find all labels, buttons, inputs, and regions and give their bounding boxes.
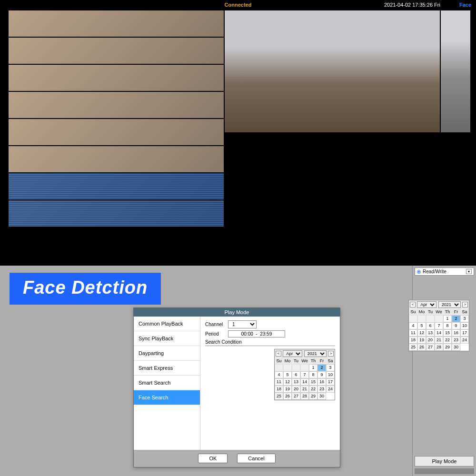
face-thumbnail[interactable]: [9, 38, 224, 64]
cal-day[interactable]: 1: [443, 315, 452, 322]
cal-day[interactable]: 10: [326, 371, 335, 378]
cal-day[interactable]: 4: [275, 371, 283, 378]
cal-day[interactable]: 11: [409, 329, 417, 337]
cal-day[interactable]: 15: [309, 378, 317, 386]
cal-month-select[interactable]: Apr: [417, 301, 436, 308]
cal-day[interactable]: 2: [317, 364, 326, 371]
cal-day[interactable]: 19: [417, 337, 426, 344]
face-thumbnail[interactable]: [9, 146, 224, 172]
face-tab[interactable]: Face: [459, 2, 471, 8]
cal-day[interactable]: 28: [435, 344, 443, 351]
cal-day[interactable]: 29: [309, 393, 317, 400]
cal-day[interactable]: 3: [460, 315, 469, 322]
cal-year-select[interactable]: 2021: [438, 301, 461, 308]
tab-dayparting[interactable]: Dayparting: [134, 346, 200, 361]
cal-day[interactable]: 20: [426, 337, 435, 344]
cal-day[interactable]: 11: [275, 378, 283, 386]
cal-day[interactable]: 28: [300, 393, 309, 400]
cal-day[interactable]: 6: [426, 322, 435, 329]
cal-day[interactable]: 4: [409, 322, 417, 329]
cal-day[interactable]: 26: [417, 344, 426, 351]
cal-day[interactable]: 27: [426, 344, 435, 351]
cal-day[interactable]: 6: [292, 371, 300, 378]
cal-day[interactable]: 30: [317, 393, 326, 400]
cal-day[interactable]: 26: [283, 393, 292, 400]
cal-day[interactable]: 21: [435, 337, 443, 344]
cal-day[interactable]: 18: [275, 386, 283, 393]
camera-feed-2[interactable]: [441, 10, 470, 132]
cal-day[interactable]: 9: [317, 371, 326, 378]
cal-weekday: Mo: [283, 358, 292, 364]
ok-button[interactable]: OK: [198, 454, 228, 463]
play-mode-tabs: Common PlayBack Sync PlayBack Dayparting…: [134, 317, 200, 450]
face-scan-thumbnail[interactable]: [9, 200, 224, 227]
cal-day[interactable]: 25: [409, 344, 417, 351]
tab-face-search[interactable]: Face Search: [134, 390, 200, 405]
cal-day[interactable]: 24: [326, 386, 335, 393]
sidebar-calendar: <Apr2021>SuMoTuWeThFrSa12345678910111213…: [408, 300, 469, 351]
cal-day[interactable]: 14: [300, 378, 309, 386]
nvr-header: Connected 2021-04-02 17:35:26 Fri Face: [0, 0, 476, 10]
cal-day[interactable]: 1: [309, 364, 317, 371]
cal-day[interactable]: 16: [452, 329, 460, 337]
cal-day[interactable]: 24: [460, 337, 469, 344]
timeline-strip[interactable]: [415, 468, 474, 474]
cal-day[interactable]: 19: [283, 386, 292, 393]
cal-month-select[interactable]: Apr: [283, 350, 302, 357]
cal-day[interactable]: 23: [317, 386, 326, 393]
face-thumbnail[interactable]: [9, 92, 224, 118]
cal-next-icon[interactable]: >: [328, 351, 334, 357]
cal-day[interactable]: 30: [452, 344, 460, 351]
cal-day[interactable]: 7: [435, 322, 443, 329]
camera-feed-1[interactable]: [225, 10, 440, 132]
cal-prev-icon[interactable]: <: [410, 302, 416, 307]
read-write-dropdown[interactable]: Read/Write ▾: [415, 268, 474, 276]
tab-sync-playback[interactable]: Sync PlayBack: [134, 331, 200, 346]
cal-day[interactable]: 22: [309, 386, 317, 393]
cal-day[interactable]: 20: [292, 386, 300, 393]
cal-day[interactable]: 22: [443, 337, 452, 344]
channel-select[interactable]: 1: [228, 320, 257, 328]
tab-common-playback[interactable]: Common PlayBack: [134, 317, 200, 331]
face-scan-thumbnail[interactable]: [9, 173, 224, 199]
cal-day[interactable]: 3: [326, 364, 335, 371]
cal-day[interactable]: 2: [452, 315, 460, 322]
cal-day[interactable]: 8: [443, 322, 452, 329]
cal-day[interactable]: 9: [452, 322, 460, 329]
cal-day[interactable]: 7: [300, 371, 309, 378]
cal-day[interactable]: 27: [292, 393, 300, 400]
play-mode-button[interactable]: Play Mode: [415, 456, 474, 466]
playback-section: Face Detction Play Mode Common PlayBack …: [0, 266, 476, 476]
face-thumbnail[interactable]: [9, 10, 224, 37]
face-thumbnail[interactable]: [9, 65, 224, 91]
cal-day[interactable]: 29: [443, 344, 452, 351]
cal-year-select[interactable]: 2021: [304, 350, 327, 357]
cal-day[interactable]: 23: [452, 337, 460, 344]
cal-day[interactable]: 17: [460, 329, 469, 337]
cal-day[interactable]: 18: [409, 337, 417, 344]
cal-day[interactable]: 14: [435, 329, 443, 337]
cancel-button[interactable]: Cancel: [237, 454, 275, 463]
cal-day[interactable]: 17: [326, 378, 335, 386]
cal-prev-icon[interactable]: <: [276, 351, 281, 357]
face-thumbnail[interactable]: [9, 119, 224, 145]
cal-day[interactable]: 5: [417, 322, 426, 329]
cal-day[interactable]: 10: [460, 322, 469, 329]
cal-day[interactable]: 25: [275, 393, 283, 400]
cal-weekday: Tu: [426, 309, 435, 315]
period-input[interactable]: [228, 330, 285, 337]
cal-weekday: Th: [443, 309, 452, 315]
tab-smart-express[interactable]: Smart Express: [134, 361, 200, 376]
cal-day[interactable]: 21: [300, 386, 309, 393]
cal-day[interactable]: 8: [309, 371, 317, 378]
cal-day[interactable]: 12: [283, 378, 292, 386]
cal-day[interactable]: 12: [417, 329, 426, 337]
tab-smart-search[interactable]: Smart Search: [134, 376, 200, 390]
cal-day[interactable]: 5: [283, 371, 292, 378]
cal-empty: [283, 364, 292, 371]
cal-day[interactable]: 15: [443, 329, 452, 337]
cal-next-icon[interactable]: >: [462, 302, 468, 307]
cal-day[interactable]: 13: [426, 329, 435, 337]
cal-day[interactable]: 16: [317, 378, 326, 386]
cal-day[interactable]: 13: [292, 378, 300, 386]
